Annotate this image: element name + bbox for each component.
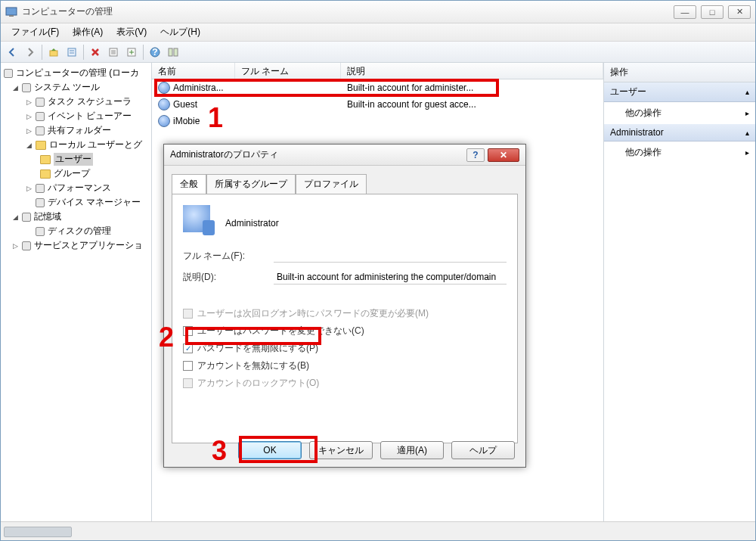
folder-icon [36,141,46,150]
col-name[interactable]: 名前 [152,63,235,79]
svg-rect-3 [68,48,76,56]
tree-event-viewer[interactable]: ▷イベント ビューアー [1,109,151,123]
svg-text:?: ? [152,47,157,58]
tree-disk-mgmt[interactable]: ディスクの管理 [1,224,151,238]
tree-pane: コンピューターの管理 (ローカ ◢システム ツール ▷タスク スケジューラ ▷イ… [1,63,152,521]
share-icon [36,126,45,135]
tree-storage[interactable]: ◢記憶域 [1,210,151,224]
tree-users[interactable]: ユーザー [1,152,151,166]
folder-icon [40,155,51,164]
checkbox-cant-change[interactable]: ユーザーはパスワードを変更できない(C) [183,325,507,337]
list-row-imobie[interactable]: iMobie [152,113,603,129]
minimize-button[interactable]: — [674,5,696,19]
back-button[interactable] [4,44,20,61]
up-button[interactable] [45,44,62,61]
col-desc[interactable]: 説明 [341,63,603,79]
user-icon [158,82,170,94]
svg-rect-1 [9,15,14,17]
collapse-icon: ▴ [745,88,749,96]
tree-device-manager[interactable]: デバイス マネージャー [1,195,151,210]
tree-performance[interactable]: ▷パフォーマンス [1,181,151,195]
computer-icon [4,69,13,78]
toolbar: ? [1,42,755,63]
disk-icon [36,227,45,236]
apply-button[interactable]: 適用(A) [380,441,444,459]
tree-local-users[interactable]: ◢ローカル ユーザーとグ [1,138,151,152]
actions-group-admin[interactable]: Administrator▴ [604,124,755,141]
submenu-icon: ▸ [745,109,749,117]
statusbar [1,521,755,540]
services-icon [22,241,31,250]
checkbox-never-expire[interactable]: ✓パスワードを無期限にする(P) [183,342,507,355]
export-button[interactable] [123,44,140,61]
collapse-icon: ▴ [745,129,749,137]
list-row-guest[interactable]: Guest Built-in account for guest acce... [152,96,603,113]
event-icon [36,112,45,121]
menubar: ファイル(F) 操作(A) 表示(V) ヘルプ(H) [1,23,755,42]
tools-icon [22,83,31,92]
fullname-label: フル ネーム(F): [183,250,274,263]
device-icon [36,198,45,207]
actions-more-2[interactable]: 他の操作▸ [604,141,755,163]
forward-button[interactable] [22,44,39,61]
list-header: 名前 フル ネーム 説明 [152,63,603,79]
close-button[interactable]: ✕ [728,5,751,19]
view-icon[interactable] [165,44,181,61]
svg-rect-2 [50,51,57,56]
refresh-button[interactable] [105,44,122,61]
menu-action[interactable]: 操作(A) [67,24,109,40]
list-row-admin[interactable]: Administra... Built-in account for admin… [152,79,603,96]
cancel-button[interactable]: キャンセル [309,441,373,459]
dialog-help-button[interactable]: ? [466,148,485,162]
menu-view[interactable]: 表示(V) [110,24,153,40]
checkbox-disable-account[interactable]: アカウントを無効にする(B) [183,359,507,372]
description-label: 説明(D): [183,271,274,284]
dialog-close-button[interactable]: ✕ [488,148,519,162]
clock-icon [36,98,45,107]
actions-header: 操作 [604,63,755,82]
submenu-icon: ▸ [745,148,749,157]
dialog-title: Administratorのプロパティ [170,148,466,161]
user-large-icon [183,205,210,232]
col-fullname[interactable]: フル ネーム [235,63,341,79]
help-icon[interactable]: ? [147,44,163,61]
tree-shared-folders[interactable]: ▷共有フォルダー [1,123,151,138]
menu-file[interactable]: ファイル(F) [5,24,65,40]
delete-button[interactable] [87,44,104,61]
horizontal-scrollbar[interactable] [2,525,604,539]
tab-member[interactable]: 所属するグループ [206,174,296,194]
user-icon [158,115,170,127]
username-label: Administrator [225,218,279,229]
tab-general[interactable]: 全般 [172,174,206,194]
menu-help[interactable]: ヘルプ(H) [154,24,206,40]
tab-body: Administrator フル ネーム(F): 説明(D): Built-in… [172,194,518,443]
description-input[interactable]: Built-in account for administering the c… [274,270,507,284]
tab-profile[interactable]: プロファイル [296,174,367,194]
actions-more-1[interactable]: 他の操作▸ [604,102,755,124]
window-title: コンピューターの管理 [22,5,674,18]
checkbox-lockout: アカウントのロックアウト(O) [183,377,507,390]
properties-dialog: Administratorのプロパティ ? ✕ 全般 所属するグループ プロファ… [163,144,526,468]
tree-root[interactable]: コンピューターの管理 (ローカ [1,66,151,80]
ok-button[interactable]: OK [238,441,302,459]
app-icon [5,6,17,18]
svg-rect-14 [174,48,178,56]
maximize-button[interactable]: □ [701,5,723,19]
properties-button[interactable] [64,44,80,61]
svg-rect-0 [6,8,17,15]
tree-task-scheduler[interactable]: ▷タスク スケジューラ [1,95,151,109]
svg-rect-13 [169,48,172,56]
storage-icon [22,213,31,222]
tree-system-tools[interactable]: ◢システム ツール [1,80,151,95]
tabstrip: 全般 所属するグループ プロファイル [172,173,518,194]
actions-group-users[interactable]: ユーザー▴ [604,82,755,102]
actions-pane: 操作 ユーザー▴ 他の操作▸ Administrator▴ 他の操作▸ [604,63,755,521]
tree-groups[interactable]: グループ [1,166,151,181]
fullname-input[interactable] [274,249,507,263]
titlebar: コンピューターの管理 — □ ✕ [1,1,755,23]
tree-services-apps[interactable]: ▷サービスとアプリケーショ [1,238,151,253]
user-icon [158,98,170,110]
help-button[interactable]: ヘルプ [451,441,515,459]
checkbox-must-change: ユーザーは次回ログオン時にパスワードの変更が必要(M) [183,307,507,320]
folder-icon [40,169,51,179]
